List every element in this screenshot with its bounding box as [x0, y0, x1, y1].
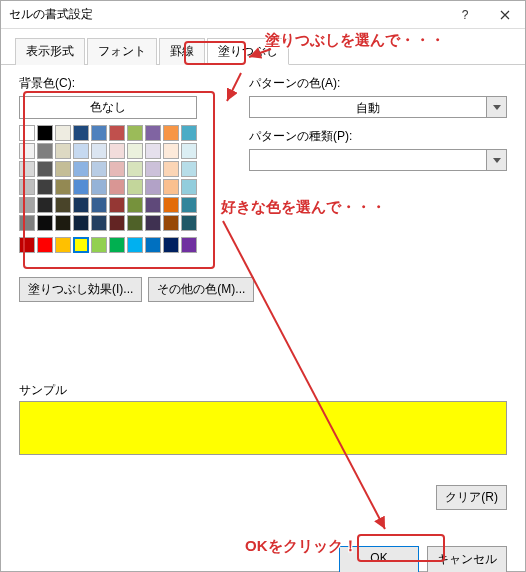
pattern-type-chevron[interactable] — [487, 149, 507, 171]
tab-format[interactable]: 表示形式 — [15, 38, 85, 65]
color-swatch[interactable] — [91, 161, 107, 177]
color-swatch[interactable] — [145, 237, 161, 253]
color-swatch[interactable] — [73, 161, 89, 177]
pattern-color-dropdown[interactable]: 自動 — [249, 96, 507, 118]
color-swatch[interactable] — [181, 143, 197, 159]
color-swatch[interactable] — [109, 179, 125, 195]
color-swatch[interactable] — [127, 179, 143, 195]
color-swatch[interactable] — [127, 197, 143, 213]
cancel-button[interactable]: キャンセル — [427, 546, 507, 572]
color-swatch[interactable] — [145, 215, 161, 231]
color-swatch[interactable] — [55, 161, 71, 177]
color-swatch[interactable] — [145, 179, 161, 195]
color-swatch[interactable] — [37, 215, 53, 231]
color-swatch[interactable] — [127, 215, 143, 231]
color-swatch[interactable] — [181, 125, 197, 141]
pattern-type-dropdown[interactable] — [249, 149, 507, 171]
pattern-type-value — [249, 149, 487, 171]
color-swatch[interactable] — [127, 125, 143, 141]
pattern-color-chevron[interactable] — [487, 96, 507, 118]
color-swatch[interactable] — [19, 161, 35, 177]
ok-button[interactable]: OK — [339, 546, 419, 572]
color-swatch[interactable] — [109, 197, 125, 213]
titlebar: セルの書式設定 ? — [1, 1, 525, 29]
color-swatch[interactable] — [73, 197, 89, 213]
color-swatch[interactable] — [19, 143, 35, 159]
color-swatch[interactable] — [37, 237, 53, 253]
color-swatch[interactable] — [19, 125, 35, 141]
color-swatch[interactable] — [37, 161, 53, 177]
other-colors-button[interactable]: その他の色(M)... — [148, 277, 254, 302]
pattern-type-label: パターンの種類(P): — [249, 128, 507, 145]
tab-fill[interactable]: 塗りつぶし — [207, 38, 289, 65]
color-swatch[interactable] — [73, 143, 89, 159]
color-swatch[interactable] — [163, 161, 179, 177]
color-swatch[interactable] — [109, 161, 125, 177]
color-swatch[interactable] — [37, 143, 53, 159]
clear-button[interactable]: クリア(R) — [436, 485, 507, 510]
fill-effects-button[interactable]: 塗りつぶし効果(I)... — [19, 277, 142, 302]
color-swatch[interactable] — [109, 237, 125, 253]
color-swatch[interactable] — [163, 237, 179, 253]
color-swatch[interactable] — [55, 179, 71, 195]
color-swatch[interactable] — [73, 215, 89, 231]
pattern-color-value: 自動 — [249, 96, 487, 118]
close-button[interactable] — [485, 1, 525, 29]
color-swatch[interactable] — [73, 125, 89, 141]
color-swatch[interactable] — [91, 179, 107, 195]
color-swatch[interactable] — [19, 215, 35, 231]
color-swatch[interactable] — [145, 143, 161, 159]
color-swatch[interactable] — [91, 237, 107, 253]
color-grid-theme — [19, 125, 219, 231]
color-swatch[interactable] — [73, 237, 89, 253]
color-swatch[interactable] — [145, 197, 161, 213]
color-swatch[interactable] — [163, 215, 179, 231]
color-swatch[interactable] — [109, 143, 125, 159]
color-swatch[interactable] — [55, 197, 71, 213]
bgcolor-label: 背景色(C): — [19, 75, 219, 92]
dialog-title: セルの書式設定 — [9, 6, 93, 23]
color-swatch[interactable] — [145, 161, 161, 177]
color-swatch[interactable] — [145, 125, 161, 141]
color-swatch[interactable] — [181, 237, 197, 253]
color-swatch[interactable] — [181, 215, 197, 231]
pattern-color-label: パターンの色(A): — [249, 75, 507, 92]
color-swatch[interactable] — [91, 215, 107, 231]
color-swatch[interactable] — [91, 197, 107, 213]
color-swatch[interactable] — [55, 237, 71, 253]
color-swatch[interactable] — [127, 237, 143, 253]
color-swatch[interactable] — [55, 215, 71, 231]
color-swatch[interactable] — [181, 161, 197, 177]
color-swatch[interactable] — [163, 125, 179, 141]
color-swatch[interactable] — [37, 125, 53, 141]
color-swatch[interactable] — [73, 179, 89, 195]
color-swatch[interactable] — [163, 179, 179, 195]
color-swatch[interactable] — [37, 197, 53, 213]
color-swatch[interactable] — [19, 179, 35, 195]
sample-preview — [19, 401, 507, 455]
color-grid-standard — [19, 237, 219, 253]
color-swatch[interactable] — [127, 161, 143, 177]
color-swatch[interactable] — [19, 197, 35, 213]
tab-border[interactable]: 罫線 — [159, 38, 205, 65]
help-button[interactable]: ? — [445, 1, 485, 29]
no-color-button[interactable]: 色なし — [19, 96, 197, 119]
color-swatch[interactable] — [55, 125, 71, 141]
color-swatch[interactable] — [109, 215, 125, 231]
color-swatch[interactable] — [19, 237, 35, 253]
color-swatch[interactable] — [163, 143, 179, 159]
color-swatch[interactable] — [55, 143, 71, 159]
color-swatch[interactable] — [127, 143, 143, 159]
color-swatch[interactable] — [181, 179, 197, 195]
color-swatch[interactable] — [91, 143, 107, 159]
color-swatch[interactable] — [163, 197, 179, 213]
color-swatch[interactable] — [181, 197, 197, 213]
color-swatch[interactable] — [37, 179, 53, 195]
chevron-down-icon — [493, 158, 501, 163]
color-swatch[interactable] — [91, 125, 107, 141]
tab-font[interactable]: フォント — [87, 38, 157, 65]
tab-bar: 表示形式 フォント 罫線 塗りつぶし — [1, 29, 525, 65]
close-icon — [500, 10, 510, 20]
color-swatch[interactable] — [109, 125, 125, 141]
sample-label: サンプル — [19, 382, 507, 399]
